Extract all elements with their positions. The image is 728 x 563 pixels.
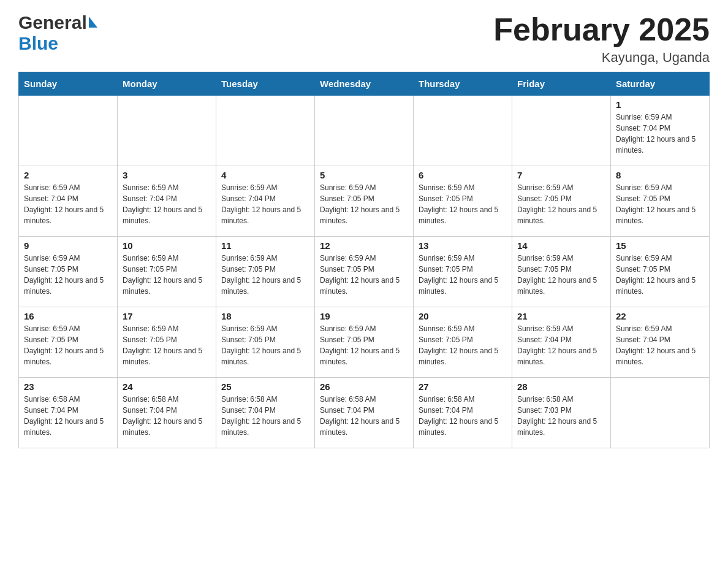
day-number: 18: [221, 311, 309, 321]
calendar-cell: 6Sunrise: 6:59 AMSunset: 7:05 PMDaylight…: [414, 166, 512, 237]
day-number: 23: [24, 381, 112, 392]
day-info: Sunrise: 6:59 AMSunset: 7:05 PMDaylight:…: [320, 253, 408, 297]
day-info: Sunrise: 6:59 AMSunset: 7:04 PMDaylight:…: [221, 182, 309, 226]
day-info: Sunrise: 6:58 AMSunset: 7:04 PMDaylight:…: [320, 394, 408, 438]
day-number: 13: [419, 240, 507, 251]
calendar-cell: 20Sunrise: 6:59 AMSunset: 7:05 PMDayligh…: [414, 307, 512, 378]
day-info: Sunrise: 6:59 AMSunset: 7:05 PMDaylight:…: [616, 182, 704, 226]
day-info: Sunrise: 6:59 AMSunset: 7:05 PMDaylight:…: [616, 253, 704, 297]
day-number: 12: [320, 240, 408, 251]
calendar-cell: 28Sunrise: 6:58 AMSunset: 7:03 PMDayligh…: [512, 378, 611, 448]
logo-general-text: General: [18, 12, 87, 33]
calendar-cell: 27Sunrise: 6:58 AMSunset: 7:04 PMDayligh…: [414, 378, 512, 448]
week-row-2: 2Sunrise: 6:59 AMSunset: 7:04 PMDaylight…: [19, 166, 710, 237]
calendar-cell: 15Sunrise: 6:59 AMSunset: 7:05 PMDayligh…: [611, 237, 710, 307]
weekday-header-friday: Friday: [512, 72, 611, 96]
day-number: 17: [123, 311, 211, 321]
calendar-cell: 18Sunrise: 6:59 AMSunset: 7:05 PMDayligh…: [216, 307, 315, 378]
day-info: Sunrise: 6:58 AMSunset: 7:04 PMDaylight:…: [419, 394, 507, 438]
day-info: Sunrise: 6:59 AMSunset: 7:05 PMDaylight:…: [24, 253, 112, 297]
day-info: Sunrise: 6:59 AMSunset: 7:04 PMDaylight:…: [123, 182, 211, 226]
day-info: Sunrise: 6:59 AMSunset: 7:05 PMDaylight:…: [24, 323, 112, 367]
day-info: Sunrise: 6:59 AMSunset: 7:05 PMDaylight:…: [221, 323, 309, 367]
day-number: 15: [616, 240, 704, 251]
day-info: Sunrise: 6:59 AMSunset: 7:04 PMDaylight:…: [517, 323, 605, 367]
day-number: 2: [24, 170, 112, 180]
calendar-cell: 26Sunrise: 6:58 AMSunset: 7:04 PMDayligh…: [315, 378, 414, 448]
weekday-header-wednesday: Wednesday: [315, 72, 414, 96]
day-info: Sunrise: 6:59 AMSunset: 7:05 PMDaylight:…: [419, 182, 507, 226]
day-number: 6: [419, 170, 507, 180]
day-info: Sunrise: 6:59 AMSunset: 7:05 PMDaylight:…: [419, 253, 507, 297]
month-title: February 2025: [493, 12, 710, 47]
calendar-cell: 16Sunrise: 6:59 AMSunset: 7:05 PMDayligh…: [19, 307, 118, 378]
weekday-header-tuesday: Tuesday: [216, 72, 315, 96]
title-block: February 2025 Kayunga, Uganda: [493, 12, 710, 66]
day-info: Sunrise: 6:59 AMSunset: 7:05 PMDaylight:…: [419, 323, 507, 367]
day-info: Sunrise: 6:59 AMSunset: 7:04 PMDaylight:…: [616, 112, 704, 156]
day-info: Sunrise: 6:59 AMSunset: 7:05 PMDaylight:…: [517, 182, 605, 226]
calendar-cell: [414, 96, 512, 166]
day-number: 26: [320, 381, 408, 392]
calendar-cell: 21Sunrise: 6:59 AMSunset: 7:04 PMDayligh…: [512, 307, 611, 378]
calendar-cell: 2Sunrise: 6:59 AMSunset: 7:04 PMDaylight…: [19, 166, 118, 237]
weekday-header-thursday: Thursday: [414, 72, 512, 96]
week-row-4: 16Sunrise: 6:59 AMSunset: 7:05 PMDayligh…: [19, 307, 710, 378]
weekday-header-sunday: Sunday: [19, 72, 118, 96]
day-number: 4: [221, 170, 309, 180]
logo: General Blue: [18, 12, 97, 54]
day-number: 22: [616, 311, 704, 321]
calendar-cell: 4Sunrise: 6:59 AMSunset: 7:04 PMDaylight…: [216, 166, 315, 237]
weekday-header-saturday: Saturday: [611, 72, 710, 96]
calendar-cell: [315, 96, 414, 166]
day-number: 3: [123, 170, 211, 180]
day-number: 7: [517, 170, 605, 180]
day-info: Sunrise: 6:59 AMSunset: 7:05 PMDaylight:…: [221, 253, 309, 297]
day-info: Sunrise: 6:58 AMSunset: 7:04 PMDaylight:…: [221, 394, 309, 438]
calendar-cell: 22Sunrise: 6:59 AMSunset: 7:04 PMDayligh…: [611, 307, 710, 378]
day-info: Sunrise: 6:59 AMSunset: 7:05 PMDaylight:…: [123, 253, 211, 297]
day-number: 16: [24, 311, 112, 321]
day-number: 20: [419, 311, 507, 321]
calendar-cell: [512, 96, 611, 166]
calendar-cell: 8Sunrise: 6:59 AMSunset: 7:05 PMDaylight…: [611, 166, 710, 237]
calendar-cell: 24Sunrise: 6:58 AMSunset: 7:04 PMDayligh…: [118, 378, 216, 448]
day-number: 25: [221, 381, 309, 392]
logo-blue-text: Blue: [18, 33, 58, 54]
day-number: 28: [517, 381, 605, 392]
location-text: Kayunga, Uganda: [493, 50, 710, 66]
calendar-cell: 7Sunrise: 6:59 AMSunset: 7:05 PMDaylight…: [512, 166, 611, 237]
day-info: Sunrise: 6:58 AMSunset: 7:04 PMDaylight:…: [123, 394, 211, 438]
page-header: General Blue February 2025 Kayunga, Ugan…: [18, 12, 710, 66]
week-row-5: 23Sunrise: 6:58 AMSunset: 7:04 PMDayligh…: [19, 378, 710, 448]
day-info: Sunrise: 6:59 AMSunset: 7:05 PMDaylight:…: [320, 323, 408, 367]
day-number: 8: [616, 170, 704, 180]
day-number: 27: [419, 381, 507, 392]
day-info: Sunrise: 6:58 AMSunset: 7:03 PMDaylight:…: [517, 394, 605, 438]
calendar-cell: 11Sunrise: 6:59 AMSunset: 7:05 PMDayligh…: [216, 237, 315, 307]
day-number: 5: [320, 170, 408, 180]
week-row-1: 1Sunrise: 6:59 AMSunset: 7:04 PMDaylight…: [19, 96, 710, 166]
day-info: Sunrise: 6:59 AMSunset: 7:05 PMDaylight:…: [517, 253, 605, 297]
day-info: Sunrise: 6:58 AMSunset: 7:04 PMDaylight:…: [24, 394, 112, 438]
calendar-cell: 13Sunrise: 6:59 AMSunset: 7:05 PMDayligh…: [414, 237, 512, 307]
calendar-table: SundayMondayTuesdayWednesdayThursdayFrid…: [18, 72, 710, 448]
calendar-cell: 5Sunrise: 6:59 AMSunset: 7:05 PMDaylight…: [315, 166, 414, 237]
calendar-cell: 23Sunrise: 6:58 AMSunset: 7:04 PMDayligh…: [19, 378, 118, 448]
day-info: Sunrise: 6:59 AMSunset: 7:05 PMDaylight:…: [123, 323, 211, 367]
calendar-cell: [611, 378, 710, 448]
day-number: 24: [123, 381, 211, 392]
calendar-cell: [216, 96, 315, 166]
day-number: 11: [221, 240, 309, 251]
calendar-cell: 3Sunrise: 6:59 AMSunset: 7:04 PMDaylight…: [118, 166, 216, 237]
calendar-cell: 17Sunrise: 6:59 AMSunset: 7:05 PMDayligh…: [118, 307, 216, 378]
calendar-cell: [19, 96, 118, 166]
day-number: 10: [123, 240, 211, 251]
day-number: 14: [517, 240, 605, 251]
day-info: Sunrise: 6:59 AMSunset: 7:04 PMDaylight:…: [24, 182, 112, 226]
day-info: Sunrise: 6:59 AMSunset: 7:04 PMDaylight:…: [616, 323, 704, 367]
calendar-cell: 19Sunrise: 6:59 AMSunset: 7:05 PMDayligh…: [315, 307, 414, 378]
calendar-cell: 1Sunrise: 6:59 AMSunset: 7:04 PMDaylight…: [611, 96, 710, 166]
calendar-cell: 9Sunrise: 6:59 AMSunset: 7:05 PMDaylight…: [19, 237, 118, 307]
calendar-cell: 14Sunrise: 6:59 AMSunset: 7:05 PMDayligh…: [512, 237, 611, 307]
